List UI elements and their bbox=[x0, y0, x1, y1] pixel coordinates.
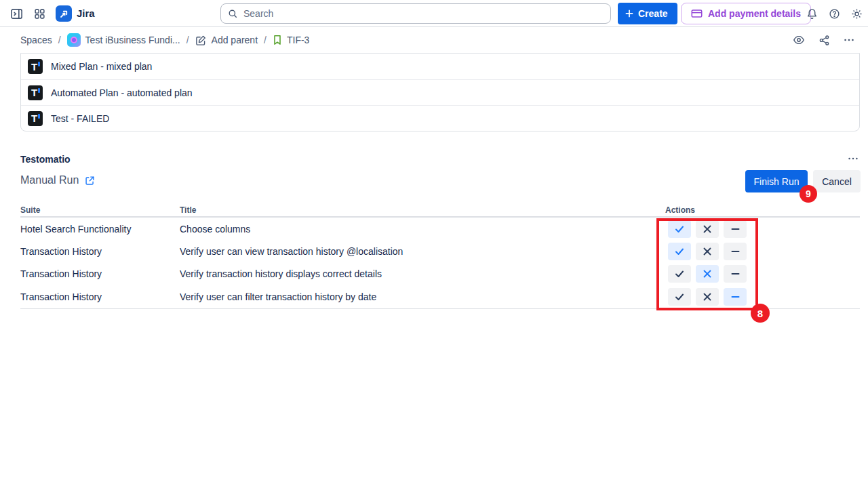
settings-button[interactable] bbox=[846, 3, 867, 24]
skip-button[interactable] bbox=[724, 265, 747, 283]
ellipsis-icon bbox=[847, 152, 859, 165]
testomatio-logo-icon: T bbox=[28, 111, 43, 126]
pass-button[interactable] bbox=[668, 220, 691, 238]
create-button[interactable]: Create bbox=[618, 3, 677, 24]
eye-icon bbox=[793, 34, 805, 46]
test-result-row: Transaction HistoryVerify user can view … bbox=[20, 240, 860, 262]
title-cell: Verify user can filter transaction histo… bbox=[180, 291, 665, 302]
minus-icon bbox=[731, 250, 740, 253]
suite-cell: Hotel Search Functionality bbox=[20, 224, 180, 235]
test-plan-item[interactable]: TMixed Plan - mixed plan bbox=[21, 54, 859, 79]
breadcrumb: Spaces / Test iBusiness Fundi... / Add p… bbox=[20, 27, 309, 53]
cross-icon bbox=[703, 247, 711, 256]
fail-button[interactable] bbox=[696, 265, 719, 283]
testomatio-logo-icon: T bbox=[28, 59, 43, 74]
bell-icon bbox=[806, 8, 818, 20]
page-more-button[interactable] bbox=[838, 29, 860, 51]
title-cell: Choose columns bbox=[180, 224, 665, 235]
edit-icon bbox=[195, 35, 207, 46]
check-icon bbox=[675, 270, 684, 278]
breadcrumb-separator: / bbox=[58, 35, 61, 45]
cross-icon bbox=[703, 293, 711, 301]
suite-cell: Transaction History bbox=[20, 268, 180, 279]
actions-cell bbox=[665, 265, 860, 283]
fail-button[interactable] bbox=[696, 243, 719, 260]
add-payment-details-button[interactable]: Add payment details bbox=[681, 3, 811, 24]
test-plan-item[interactable]: TAutomated Plan - automated plan bbox=[21, 79, 859, 105]
cross-icon bbox=[703, 270, 711, 278]
gear-icon bbox=[851, 8, 863, 20]
credit-card-icon bbox=[691, 9, 703, 18]
breadcrumb-add-parent-label: Add parent bbox=[212, 35, 258, 45]
table-header-row: Suite Title Actions bbox=[20, 203, 860, 218]
ellipsis-icon bbox=[843, 34, 855, 46]
breadcrumb-row: Spaces / Test iBusiness Fundi... / Add p… bbox=[0, 27, 868, 53]
test-plan-label: Test - FAILED bbox=[51, 113, 109, 124]
title-cell: Verify user can view transaction history… bbox=[180, 246, 665, 257]
notifications-button[interactable] bbox=[801, 3, 823, 24]
panel-more-button[interactable] bbox=[844, 150, 863, 167]
space-avatar bbox=[67, 33, 81, 47]
test-result-row: Hotel Search FunctionalityChoose columns bbox=[20, 218, 860, 240]
test-plan-label: Mixed Plan - mixed plan bbox=[51, 61, 152, 72]
breadcrumb-spaces[interactable]: Spaces bbox=[20, 35, 52, 45]
actions-cell bbox=[665, 243, 860, 260]
suite-cell: Transaction History bbox=[20, 246, 180, 257]
panel-title: Testomatio bbox=[20, 154, 71, 165]
actions-cell bbox=[665, 220, 860, 238]
pass-button[interactable] bbox=[668, 265, 691, 283]
external-link-icon[interactable] bbox=[85, 176, 95, 186]
search-input[interactable] bbox=[243, 8, 604, 19]
minus-icon bbox=[731, 296, 740, 298]
pass-button[interactable] bbox=[668, 243, 691, 260]
column-header-actions: Actions bbox=[665, 205, 860, 215]
skip-button[interactable] bbox=[724, 243, 747, 260]
check-icon bbox=[675, 225, 684, 233]
test-plan-item[interactable]: TTest - FAILED bbox=[21, 105, 859, 131]
share-button[interactable] bbox=[813, 29, 835, 51]
breadcrumb-space-label: Test iBusiness Fundi... bbox=[85, 35, 180, 45]
testomatio-logo-icon: T bbox=[28, 85, 43, 100]
breadcrumb-space[interactable]: Test iBusiness Fundi... bbox=[67, 33, 180, 47]
help-icon bbox=[829, 8, 840, 20]
cross-icon bbox=[703, 225, 711, 233]
help-button[interactable] bbox=[823, 3, 845, 24]
check-icon bbox=[675, 247, 684, 256]
test-plans-card: TMixed Plan - mixed planTAutomated Plan … bbox=[20, 53, 860, 131]
panel-left-icon bbox=[10, 7, 23, 20]
actions-cell bbox=[665, 288, 860, 306]
watch-button[interactable] bbox=[788, 29, 810, 51]
skip-button[interactable] bbox=[724, 288, 747, 306]
app-title: Jira bbox=[77, 7, 95, 19]
sidebar-toggle-button[interactable] bbox=[5, 3, 27, 24]
check-icon bbox=[675, 293, 684, 301]
finish-run-button[interactable]: Finish Run bbox=[745, 170, 808, 192]
fail-button[interactable] bbox=[696, 288, 719, 306]
minus-icon bbox=[731, 272, 740, 275]
add-payment-label: Add payment details bbox=[708, 8, 801, 19]
column-header-suite: Suite bbox=[20, 205, 180, 215]
cancel-button[interactable]: Cancel bbox=[813, 170, 861, 192]
column-header-title: Title bbox=[180, 205, 665, 215]
bookmark-icon bbox=[273, 35, 282, 45]
breadcrumb-page-label: TIF-3 bbox=[287, 35, 309, 45]
app-switcher-button[interactable] bbox=[28, 3, 50, 24]
plus-icon bbox=[625, 9, 634, 18]
breadcrumb-add-parent[interactable]: Add parent bbox=[195, 35, 258, 46]
suite-cell: Transaction History bbox=[20, 291, 180, 302]
test-results-table: Suite Title Actions Hotel Search Functio… bbox=[20, 203, 860, 309]
test-result-row: Transaction HistoryVerify transaction hi… bbox=[20, 263, 860, 285]
jira-logo-icon[interactable] bbox=[56, 5, 72, 22]
minus-icon bbox=[731, 228, 740, 230]
share-icon bbox=[818, 35, 830, 46]
breadcrumb-separator: / bbox=[186, 35, 189, 45]
fail-button[interactable] bbox=[696, 220, 719, 238]
app-grid-icon bbox=[34, 8, 45, 20]
breadcrumb-page[interactable]: TIF-3 bbox=[273, 35, 309, 45]
run-title: Manual Run bbox=[20, 174, 95, 186]
global-search[interactable] bbox=[220, 3, 611, 24]
skip-button[interactable] bbox=[724, 220, 747, 238]
test-plan-label: Automated Plan - automated plan bbox=[51, 87, 193, 98]
top-navigation-bar: Jira Create Add payment details bbox=[0, 0, 868, 27]
pass-button[interactable] bbox=[668, 288, 691, 306]
